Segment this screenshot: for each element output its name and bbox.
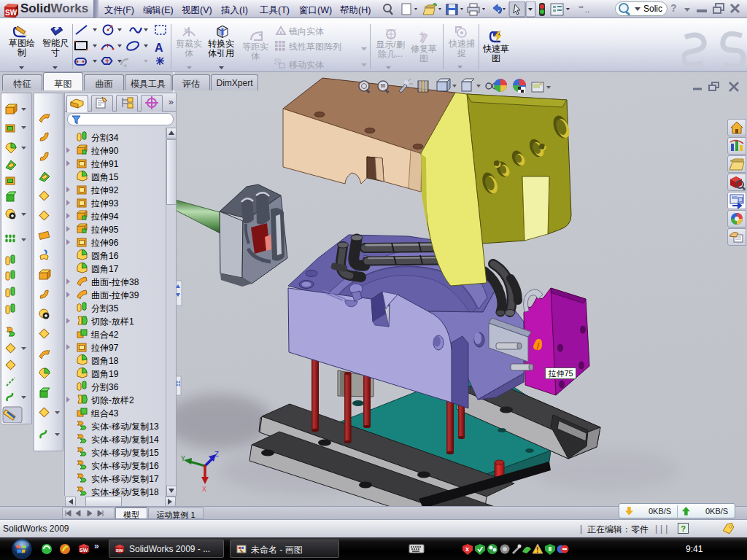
svg-text:!: ! — [536, 546, 538, 554]
svg-text:SW: SW — [116, 548, 123, 553]
svg-text:Y: Y — [181, 455, 185, 463]
svg-text:⺌..: ⺌.. — [577, 5, 589, 14]
svg-text:SW: SW — [5, 9, 18, 17]
svg-text:X: X — [202, 486, 206, 494]
svg-text:Z: Z — [214, 451, 219, 459]
svg-text:A: A — [155, 42, 163, 54]
svg-text:x: x — [465, 545, 469, 553]
svg-text:SW: SW — [80, 548, 88, 553]
